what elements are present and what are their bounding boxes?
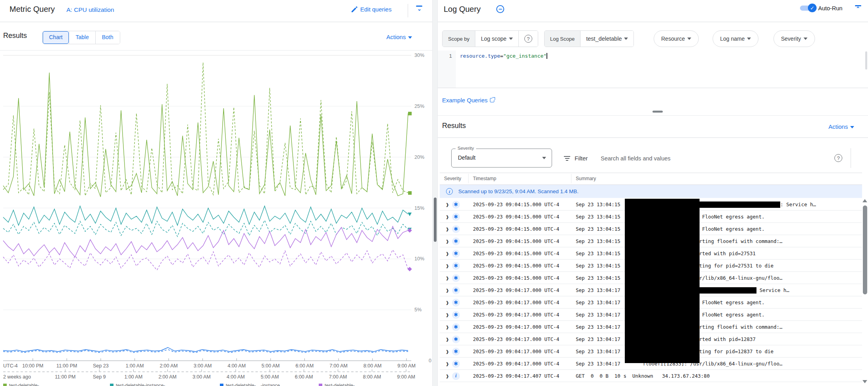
log-timestamp: 2025-09-23 09:04:17.000 UTC-4 [473, 361, 559, 367]
external-link-icon [490, 98, 494, 102]
example-queries-link[interactable]: Example Queries [442, 97, 494, 104]
chevron-down-icon [804, 38, 807, 40]
scope-by-label: Scope by [443, 31, 475, 47]
scan-status-text: Scanned up to 9/23/25, 9:04 AM. Scanned … [458, 188, 579, 194]
log-search-input[interactable]: Search all fields and values [601, 155, 671, 162]
tab-chart[interactable]: Chart [43, 31, 69, 44]
default-severity-icon: ✱ [452, 262, 460, 270]
auto-run-toggle[interactable]: ✓ [800, 5, 816, 11]
link-icon[interactable] [496, 5, 504, 13]
log-scope-dropdown[interactable]: Log scope [475, 31, 518, 47]
auto-run-label: Auto-Run [818, 5, 842, 11]
log-timestamp: 2025-09-23 09:04:17.000 UTC-4 [473, 348, 559, 354]
log-summary: Sep 23 13:04:15systemd[1]: Stopped FlooN… [576, 214, 860, 220]
log-timestamp: 2025-09-23 09:04:15.000 UTC-4 [473, 263, 559, 269]
split-pane-divider[interactable] [432, 0, 438, 386]
scope-help-button[interactable]: ? [518, 31, 538, 47]
legend-label: test-deletable-… [325, 383, 359, 386]
expand-chevron-icon[interactable]: › [446, 370, 449, 382]
series-cpu-purple-2-weeks-ago [3, 250, 408, 270]
collapse-metric-query-icon[interactable]: ⌄ [416, 6, 422, 11]
log-summary: Sep 23 13:04:15systemd[1]: : Service h… [576, 201, 860, 208]
expand-chevron-icon[interactable]: › [446, 358, 449, 369]
expand-chevron-icon[interactable]: › [446, 211, 449, 222]
x-axis-comparison-label: 2:00 AM [159, 374, 177, 380]
collapse-log-query-icon[interactable]: ⌄ [855, 5, 861, 11]
log-timestamp: 2025-09-23 09:04:15.000 UTC-4 [473, 238, 559, 244]
log-timestamp: 2025-09-23 09:04:17.000 UTC-4 [473, 336, 559, 342]
cpu-utilization-chart[interactable]: 30%25%20%15%10%5%0UTC-410:00 PM11:00 PMS… [0, 51, 432, 386]
log-query-panel: Log Query ✓ Auto-Run ⌄ Scope by Log scop… [438, 0, 868, 386]
severity-select-label: Severity [456, 146, 476, 151]
column-header-severity[interactable]: Severity [444, 176, 461, 181]
expand-chevron-icon[interactable]: › [446, 297, 449, 308]
pencil-icon [351, 6, 358, 15]
chevron-down-icon [542, 157, 546, 159]
expand-chevron-icon[interactable]: › [446, 272, 449, 284]
log-summary: Sep 23 13:04:17systemd[1]: Stopped FlooN… [576, 299, 860, 305]
expand-chevron-icon[interactable]: › [446, 309, 449, 320]
metric-query-name-link[interactable]: A: CPU utilization [66, 6, 114, 13]
actions-dropdown-left[interactable]: Actions [386, 34, 412, 40]
editor-scrollbar[interactable] [865, 51, 867, 70]
default-severity-icon: ✱ [452, 335, 460, 343]
split-pane-drag-handle[interactable] [434, 198, 437, 242]
log-scrollbar[interactable] [862, 185, 868, 386]
x-axis-comparison-label: 1:00 AM [124, 374, 142, 380]
expand-chevron-icon[interactable]: › [446, 199, 449, 210]
legend-marker [3, 384, 7, 386]
scroll-down-icon[interactable] [862, 380, 867, 383]
expand-chevron-icon[interactable]: › [446, 333, 449, 345]
query-code-line[interactable]: resource.type="gce_instance" [460, 53, 547, 59]
expand-chevron-icon[interactable]: › [446, 321, 449, 333]
log-summary: Sep 23 13:04:17flooefi[12833]: Started w… [576, 336, 860, 342]
log-name-filter-pill[interactable]: Log name [713, 30, 758, 47]
results-view-tabs: Chart Table Both [42, 31, 120, 44]
section-drag-handle[interactable] [652, 111, 663, 113]
column-header-timestamp[interactable]: Timestamp [473, 176, 496, 181]
chevron-down-icon [747, 38, 751, 40]
log-row[interactable]: › i 2025-09-23 09:04:17.407 UTC-4 GET 0 … [440, 370, 862, 382]
log-timestamp: 2025-09-23 09:04:17.000 UTC-4 [473, 287, 559, 293]
log-timestamp: 2025-09-23 09:04:17.000 UTC-4 [473, 312, 559, 318]
x-axis-label: UTC-4 [3, 363, 18, 369]
expand-chevron-icon[interactable]: › [446, 248, 449, 259]
column-header-summary[interactable]: Summary [576, 176, 596, 181]
query-editor[interactable]: 1 resource.type="gce_instance" [438, 51, 868, 88]
expand-chevron-icon[interactable]: › [446, 223, 449, 235]
series-cpu-blue-current [3, 348, 408, 352]
resource-filter-pill[interactable]: Resource [654, 30, 699, 47]
chevron-down-icon [509, 38, 513, 40]
default-severity-icon: ✱ [452, 225, 460, 233]
series-cpu-teal-current [3, 206, 408, 225]
expand-chevron-icon[interactable]: › [446, 284, 449, 296]
severity-select[interactable]: Severity Default [451, 149, 552, 168]
tab-table[interactable]: Table [69, 31, 95, 44]
y-tick-label: 5% [414, 307, 422, 313]
header-divider [408, 4, 408, 17]
x-axis-label: 8:00 AM [363, 363, 382, 369]
scroll-up-icon[interactable] [862, 199, 867, 202]
help-icon: ? [524, 35, 532, 43]
log-query-title: Log Query [444, 5, 480, 14]
legend-label: test-deletable-… [9, 383, 44, 386]
expand-chevron-icon[interactable]: › [446, 346, 449, 357]
log-scrollbar-thumb[interactable] [863, 205, 867, 294]
y-tick-label: 30% [414, 53, 424, 58]
edit-queries-button[interactable]: Edit queries [360, 6, 391, 13]
chevron-down-icon [408, 36, 412, 39]
expand-chevron-icon[interactable]: › [446, 235, 449, 247]
log-scope-select[interactable]: test_deletable [581, 31, 634, 47]
log-summary: Sep 23 13:04:17flooefi[12833]: Waiting f… [576, 348, 860, 354]
actions-dropdown-right[interactable]: Actions [828, 123, 854, 130]
series-cpu-green-current [3, 73, 408, 197]
y-tick-label: 15% [414, 205, 424, 211]
x-axis-label: 2:00 AM [160, 363, 178, 369]
log-summary: Sep 23 13:04:15flooefi[27527]: Started w… [576, 250, 860, 256]
log-summary: GET 0 0 B 10 s Unknown 34.173.67.243:80 [576, 373, 860, 379]
tab-both[interactable]: Both [95, 31, 120, 44]
help-icon[interactable]: ? [834, 154, 842, 162]
log-timestamp: 2025-09-23 09:04:17.407 UTC-4 [473, 373, 559, 379]
severity-filter-pill[interactable]: Severity [773, 30, 815, 47]
expand-chevron-icon[interactable]: › [446, 260, 449, 271]
